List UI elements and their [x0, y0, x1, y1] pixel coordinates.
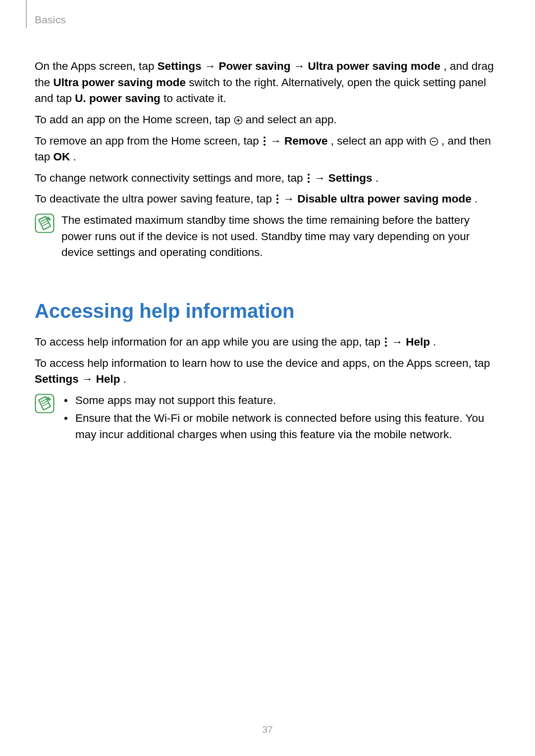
text: .	[433, 336, 436, 348]
bullet-icon: •	[61, 393, 70, 409]
text-bold-help: Help	[406, 336, 430, 348]
text: To change network connectivity settings …	[35, 172, 306, 184]
arrow-icon: →	[314, 172, 325, 184]
text: .	[375, 172, 378, 184]
text-bold-help: Help	[96, 373, 120, 385]
text-bold-u-power: U. power saving	[75, 92, 160, 104]
text: To add an app on the Home screen, tap	[35, 113, 234, 126]
text: To access help information to learn how …	[35, 357, 490, 369]
text: To deactivate the ultra power saving fea…	[35, 193, 275, 205]
arrow-icon: →	[391, 336, 403, 348]
plus-circle-icon	[234, 113, 243, 122]
paragraph-power-1: On the Apps screen, tap Settings → Power…	[35, 58, 500, 107]
text-bold-ok: OK	[54, 151, 70, 163]
text-bold-settings: Settings	[158, 60, 202, 72]
text: To access help information for an app wh…	[35, 336, 383, 348]
paragraph-help-1: To access help information for an app wh…	[35, 334, 500, 351]
note-block-2: • Some apps may not support this feature…	[35, 393, 500, 445]
note-icon	[35, 394, 54, 413]
bullet-text: Ensure that the Wi-Fi or mobile network …	[75, 410, 500, 443]
text: to activate it.	[163, 92, 226, 104]
text: .	[475, 193, 478, 205]
paragraph-power-2: To add an app on the Home screen, tap an…	[35, 112, 500, 128]
kebab-icon	[383, 336, 388, 347]
text: .	[73, 151, 76, 163]
text-bold-ultra-mode: Ultra power saving mode	[308, 60, 441, 72]
paragraph-help-2: To access help information to learn how …	[35, 355, 500, 388]
kebab-icon	[275, 193, 280, 204]
arrow-icon: →	[294, 60, 305, 72]
text: On the Apps screen, tap	[35, 60, 158, 72]
text: To remove an app from the Home screen, t…	[35, 135, 262, 147]
arrow-icon: →	[205, 60, 216, 72]
arrow-icon: →	[283, 193, 295, 205]
list-item: • Ensure that the Wi-Fi or mobile networ…	[61, 410, 500, 443]
minus-circle-icon	[429, 135, 438, 144]
list-item: • Some apps may not support this feature…	[61, 393, 500, 409]
bullet-icon: •	[61, 410, 70, 443]
paragraph-power-4: To change network connectivity settings …	[35, 170, 500, 187]
page-number: 37	[0, 724, 535, 735]
text-bold-settings: Settings	[328, 172, 373, 184]
text: and select an app.	[246, 113, 337, 126]
arrow-icon: →	[82, 373, 93, 385]
text: .	[123, 373, 126, 385]
note-block-1: The estimated maximum standby time shows…	[35, 212, 500, 261]
arrow-icon: →	[270, 135, 281, 147]
kebab-icon	[262, 135, 267, 146]
text-bold-ultra-mode-2: Ultra power saving mode	[54, 76, 186, 89]
text-bold-settings: Settings	[35, 373, 79, 385]
text: , select an app with	[331, 135, 429, 147]
document-page: Basics On the Apps screen, tap Settings …	[0, 0, 535, 756]
heading-accessing-help: Accessing help information	[35, 297, 500, 325]
paragraph-power-3: To remove an app from the Home screen, t…	[35, 133, 500, 165]
note-icon	[35, 213, 54, 233]
text-bold-remove: Remove	[284, 135, 328, 147]
text-bold-disable-ultra: Disable ultra power saving mode	[297, 193, 471, 205]
body-content: On the Apps screen, tap Settings → Power…	[35, 58, 500, 445]
text-bold-power-saving: Power saving	[218, 60, 290, 72]
section-header: Basics	[35, 14, 500, 26]
note-bullets: • Some apps may not support this feature…	[61, 393, 500, 445]
kebab-icon	[306, 172, 311, 183]
paragraph-power-5: To deactivate the ultra power saving fea…	[35, 191, 500, 207]
bullet-text: Some apps may not support this feature.	[75, 393, 276, 409]
header-rule	[26, 0, 27, 28]
note-text: The estimated maximum standby time shows…	[61, 212, 500, 261]
